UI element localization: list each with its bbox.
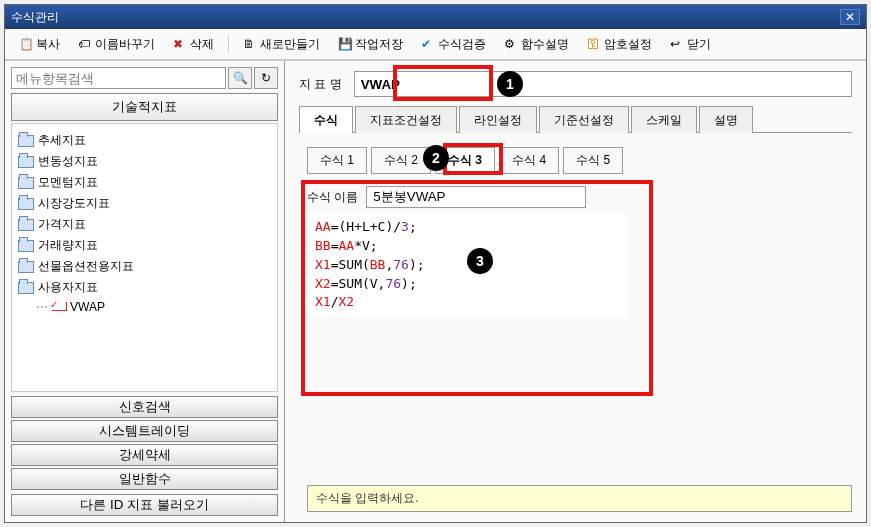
rename-button[interactable]: 🏷 이름바꾸기 [72, 33, 161, 55]
tree-leaf-vwap[interactable]: ⋯ VWAP [16, 298, 273, 316]
tree-folder[interactable]: 변동성지표 [16, 151, 273, 172]
technical-indicator-header[interactable]: 기술적지표 [11, 93, 278, 121]
refresh-icon: ↻ [261, 71, 271, 85]
rename-icon: 🏷 [78, 37, 92, 51]
general-function-button[interactable]: 일반함수 [11, 468, 278, 490]
titlebar: 수식관리 ✕ [5, 5, 866, 29]
indicator-name-input[interactable] [354, 71, 852, 97]
tree-folder[interactable]: 시장강도지표 [16, 193, 273, 214]
folder-icon [18, 240, 34, 252]
annotation-badge-3: 3 [467, 248, 493, 274]
tab-desc[interactable]: 설명 [699, 106, 753, 133]
password-button[interactable]: ⚿ 암호설정 [581, 33, 658, 55]
tree-folder[interactable]: 추세지표 [16, 130, 273, 151]
tree-folder[interactable]: 사용자지표 [16, 277, 273, 298]
folder-icon [18, 198, 34, 210]
indicator-tree[interactable]: 추세지표 변동성지표 모멘텀지표 시장강도지표 가격지표 [11, 123, 278, 392]
right-pane: 지 표 명 1 수식 지표조건설정 라인설정 기준선설정 스케일 설명 수식 1… [285, 61, 866, 522]
tree-folder[interactable]: 선물옵션전용지표 [16, 256, 273, 277]
new-button[interactable]: 🗎 새로만들기 [237, 33, 326, 55]
folder-icon [18, 177, 34, 189]
indicator-icon [52, 302, 66, 312]
close-button[interactable]: ↩ 닫기 [664, 33, 717, 55]
menu-search-input[interactable] [11, 67, 226, 89]
formula-name-label: 수식 이름 [307, 189, 358, 206]
formula-name-input[interactable] [366, 186, 586, 208]
search-button[interactable]: 🔍 [228, 67, 252, 89]
exit-icon: ↩ [670, 37, 684, 51]
toolbar: 📋 복사 🏷 이름바꾸기 ✖ 삭제 🗎 새로만들기 💾 작업저장 ✔ 수식검증 … [5, 29, 866, 60]
gear-icon: ⚙ [504, 37, 518, 51]
new-icon: 🗎 [243, 37, 257, 51]
key-icon: ⚿ [587, 37, 601, 51]
copy-button[interactable]: 📋 복사 [13, 33, 66, 55]
folder-icon [18, 219, 34, 231]
subtab-formula-1[interactable]: 수식 1 [307, 147, 367, 174]
tree-branch-icon: ⋯ [36, 300, 48, 314]
left-pane: 🔍 ↻ 기술적지표 추세지표 변동성지표 모멘텀지표 [5, 61, 285, 522]
load-other-id-button[interactable]: 다른 ID 지표 불러오기 [11, 494, 278, 516]
indicator-name-label: 지 표 명 [299, 76, 342, 93]
annotation-badge-1: 1 [497, 71, 523, 97]
save-icon: 💾 [338, 37, 352, 51]
system-trading-button[interactable]: 시스템트레이딩 [11, 420, 278, 442]
annotation-badge-2: 2 [423, 145, 449, 171]
search-icon: 🔍 [233, 71, 248, 85]
tab-scale[interactable]: 스케일 [631, 106, 697, 133]
toolbar-separator [228, 35, 229, 53]
tree-folder[interactable]: 가격지표 [16, 214, 273, 235]
window-close-button[interactable]: ✕ [840, 9, 860, 25]
tab-formula[interactable]: 수식 [299, 106, 353, 133]
delete-icon: ✖ [173, 37, 187, 51]
verify-button[interactable]: ✔ 수식검증 [415, 33, 492, 55]
tree-folder[interactable]: 모멘텀지표 [16, 172, 273, 193]
window-title: 수식관리 [11, 9, 59, 26]
folder-icon [18, 282, 34, 294]
formula-subtab-row: 수식 1 수식 2 수식 3 수식 4 수식 5 2 [307, 147, 852, 174]
subtab-formula-2[interactable]: 수식 2 [371, 147, 431, 174]
signal-search-button[interactable]: 신호검색 [11, 396, 278, 418]
verify-icon: ✔ [421, 37, 435, 51]
main-tab-row: 수식 지표조건설정 라인설정 기준선설정 스케일 설명 [299, 105, 852, 133]
copy-icon: 📋 [19, 37, 33, 51]
subtab-formula-4[interactable]: 수식 4 [499, 147, 559, 174]
save-button[interactable]: 💾 작업저장 [332, 33, 409, 55]
refresh-button[interactable]: ↻ [254, 67, 278, 89]
hint-message: 수식을 입력하세요. [307, 485, 852, 512]
subtab-formula-5[interactable]: 수식 5 [563, 147, 623, 174]
strength-weakness-button[interactable]: 강세약세 [11, 444, 278, 466]
func-help-button[interactable]: ⚙ 함수설명 [498, 33, 575, 55]
folder-icon [18, 135, 34, 147]
folder-icon [18, 156, 34, 168]
tree-folder[interactable]: 거래량지표 [16, 235, 273, 256]
tab-line[interactable]: 라인설정 [459, 106, 537, 133]
folder-icon [18, 261, 34, 273]
tab-baseline[interactable]: 기준선설정 [539, 106, 629, 133]
delete-button[interactable]: ✖ 삭제 [167, 33, 220, 55]
tab-indicator-cond[interactable]: 지표조건설정 [355, 106, 457, 133]
